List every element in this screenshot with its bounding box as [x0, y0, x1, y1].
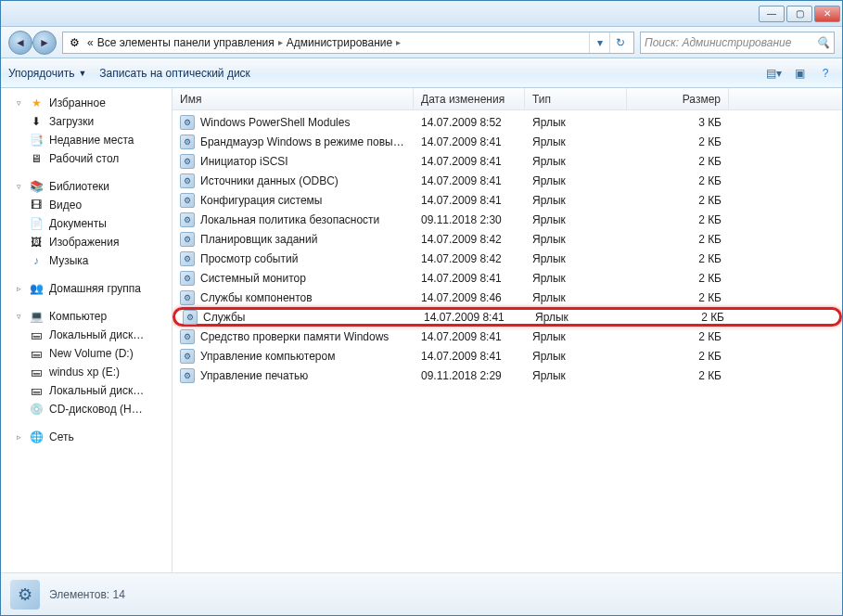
file-date: 09.11.2018 2:30 — [414, 213, 525, 226]
file-row[interactable]: ⚙Windows PowerShell Modules14.07.2009 8:… — [172, 112, 842, 132]
file-type: Ярлык — [525, 116, 627, 129]
sidebar-item-drive[interactable]: 🖴Локальный диск… — [1, 381, 172, 400]
downloads-icon: ⬇ — [29, 114, 44, 129]
forward-button[interactable]: ► — [32, 31, 57, 55]
sidebar-item-desktop[interactable]: 🖥Рабочий стол — [1, 149, 172, 168]
file-date: 14.07.2009 8:41 — [414, 174, 525, 187]
file-row[interactable]: ⚙Службы компонентов14.07.2009 8:46Ярлык2… — [172, 288, 842, 307]
close-button[interactable]: ✕ — [814, 6, 840, 22]
maximize-button[interactable]: ▢ — [786, 6, 812, 22]
chevron-right-icon[interactable]: ▸ — [396, 37, 401, 47]
cd-icon: 💿 — [29, 402, 44, 417]
collapse-icon[interactable]: ▿ — [14, 98, 23, 108]
breadcrumb-prefix: « — [87, 36, 94, 49]
status-bar: ⚙ Элементов: 14 — [1, 572, 842, 615]
sidebar-item-drive[interactable]: 🖴windus xp (E:) — [1, 363, 172, 381]
file-date: 14.07.2009 8:41 — [414, 350, 525, 363]
file-date: 14.07.2009 8:41 — [414, 135, 525, 148]
file-name: Службы компонентов — [200, 291, 313, 304]
column-type[interactable]: Тип — [525, 88, 627, 109]
breadcrumb[interactable]: ⚙ « Все элементы панели управления ▸ Адм… — [62, 32, 634, 54]
shortcut-icon: ⚙ — [180, 173, 195, 188]
file-row[interactable]: ⚙Просмотр событий14.07.2009 8:42Ярлык2 К… — [172, 249, 842, 268]
column-date[interactable]: Дата изменения — [414, 88, 525, 109]
sidebar-item-drive[interactable]: 🖴New Volume (D:) — [1, 344, 172, 363]
file-type: Ярлык — [525, 330, 627, 343]
homegroup-icon: 👥 — [29, 281, 44, 296]
file-size: 2 КБ — [627, 369, 729, 382]
homegroup-group[interactable]: ▹ 👥 Домашняя группа — [1, 279, 172, 298]
control-panel-icon: ⚙ — [67, 35, 82, 50]
back-button[interactable]: ◄ — [8, 31, 32, 55]
file-size: 2 КБ — [627, 213, 729, 226]
shortcut-icon: ⚙ — [180, 290, 195, 305]
sidebar-item-videos[interactable]: 🎞Видео — [1, 196, 172, 214]
file-row[interactable]: ⚙Системный монитор14.07.2009 8:41Ярлык2 … — [172, 268, 842, 288]
sidebar-item-documents[interactable]: 📄Документы — [1, 214, 172, 233]
search-input[interactable]: Поиск: Администрирование 🔍 — [640, 32, 835, 54]
file-type: Ярлык — [525, 213, 627, 226]
shortcut-icon: ⚙ — [180, 115, 195, 130]
file-date: 14.07.2009 8:41 — [414, 272, 525, 285]
breadcrumb-item[interactable]: Все элементы панели управления — [97, 36, 275, 49]
sidebar-item-pictures[interactable]: 🖼Изображения — [1, 233, 172, 251]
dropdown-icon[interactable]: ▾ — [589, 32, 609, 53]
expand-icon[interactable]: ▹ — [14, 432, 23, 442]
help-button[interactable]: ? — [816, 64, 835, 83]
collapse-icon[interactable]: ▿ — [14, 312, 23, 321]
sidebar-item-drive[interactable]: 🖴Локальный диск… — [1, 326, 172, 344]
favorites-group[interactable]: ▿ ★ Избранное — [1, 94, 172, 112]
drive-icon: 🖴 — [29, 365, 44, 379]
preview-pane-button[interactable]: ▣ — [790, 64, 809, 83]
shortcut-icon: ⚙ — [180, 135, 195, 149]
file-type: Ярлык — [525, 135, 627, 148]
titlebar: — ▢ ✕ — [1, 1, 842, 27]
libraries-group[interactable]: ▿ 📚 Библиотеки — [1, 177, 172, 196]
column-size[interactable]: Размер — [627, 88, 729, 109]
breadcrumb-item[interactable]: Администрирование — [287, 36, 392, 49]
folder-icon: ⚙ — [10, 580, 40, 610]
expand-icon[interactable]: ▹ — [14, 284, 23, 293]
minimize-button[interactable]: — — [759, 6, 785, 22]
sidebar-item-cd-drive[interactable]: 💿CD-дисковод (H… — [1, 400, 172, 418]
documents-icon: 📄 — [29, 216, 44, 231]
file-row[interactable]: ⚙Брандмауэр Windows в режиме повы…14.07.… — [172, 132, 842, 151]
shortcut-icon: ⚙ — [180, 251, 195, 266]
file-row[interactable]: ⚙Управление печатью09.11.2018 2:29Ярлык2… — [172, 366, 842, 385]
file-size: 2 КБ — [627, 194, 729, 207]
sidebar-item-music[interactable]: ♪Музыка — [1, 251, 172, 270]
chevron-right-icon[interactable]: ▸ — [278, 37, 283, 47]
file-row[interactable]: ⚙Управление компьютером14.07.2009 8:41Яр… — [172, 346, 842, 366]
collapse-icon[interactable]: ▿ — [14, 182, 23, 191]
organize-button[interactable]: Упорядочить ▼ — [8, 67, 86, 80]
file-row[interactable]: ⚙Инициатор iSCSI14.07.2009 8:41Ярлык2 КБ — [172, 151, 842, 171]
file-type: Ярлык — [525, 194, 627, 207]
sidebar-item-downloads[interactable]: ⬇Загрузки — [1, 112, 172, 131]
file-row[interactable]: ⚙Источники данных (ODBC)14.07.2009 8:41Я… — [172, 171, 842, 190]
network-group[interactable]: ▹ 🌐 Сеть — [1, 428, 172, 446]
file-row[interactable]: ⚙Службы14.07.2009 8:41Ярлык2 КБ — [172, 307, 842, 327]
view-mode-button[interactable]: ▤▾ — [764, 64, 783, 83]
recent-icon: 📑 — [29, 133, 44, 148]
file-list: ⚙Windows PowerShell Modules14.07.2009 8:… — [172, 110, 842, 572]
file-row[interactable]: ⚙Планировщик заданий14.07.2009 8:42Ярлык… — [172, 229, 842, 249]
sidebar-item-recent[interactable]: 📑Недавние места — [1, 131, 172, 149]
file-date: 09.11.2018 2:29 — [414, 369, 525, 382]
file-size: 2 КБ — [630, 311, 732, 324]
search-icon: 🔍 — [816, 36, 830, 49]
network-icon: 🌐 — [29, 430, 44, 444]
star-icon: ★ — [29, 96, 44, 110]
file-row[interactable]: ⚙Средство проверки памяти Windows14.07.2… — [172, 327, 842, 346]
file-size: 2 КБ — [627, 350, 729, 363]
file-date: 14.07.2009 8:42 — [414, 233, 525, 246]
computer-group[interactable]: ▿ 💻 Компьютер — [1, 307, 172, 326]
file-size: 2 КБ — [627, 252, 729, 265]
file-name: Источники данных (ODBC) — [200, 174, 338, 187]
file-row[interactable]: ⚙Конфигурация системы14.07.2009 8:41Ярлы… — [172, 190, 842, 210]
file-row[interactable]: ⚙Локальная политика безопасности09.11.20… — [172, 210, 842, 229]
file-name: Просмотр событий — [200, 252, 298, 265]
burn-disc-button[interactable]: Записать на оптический диск — [99, 67, 250, 80]
file-date: 14.07.2009 8:42 — [414, 252, 525, 265]
refresh-icon[interactable]: ↻ — [609, 32, 630, 53]
column-name[interactable]: Имя — [172, 88, 414, 109]
